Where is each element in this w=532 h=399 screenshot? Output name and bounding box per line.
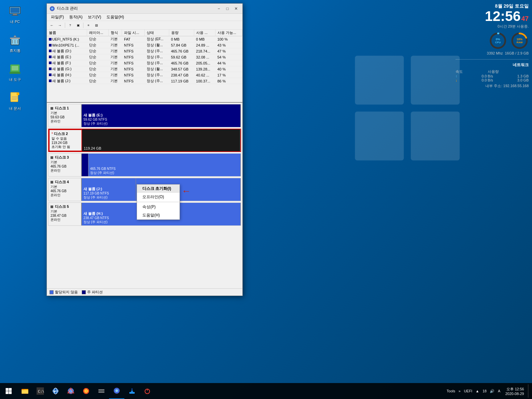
toolbar-btn2[interactable]: ▣ [74,22,82,29]
disk1-info: 디스크 1 기본 59.63 GB 온라인 [49,104,82,127]
disk5-info: 디스크 5 기본 238.47 GB 온라인 [49,203,82,225]
context-menu-init[interactable]: 디스크 초기화(I) [137,185,180,193]
taskbar-network[interactable] [124,383,140,399]
disk2-partitions: 119.24 GB [82,129,240,151]
taskbar-clock[interactable]: 오후 12:56 2020-08-29 [503,387,526,396]
docs-icon [8,91,22,105]
tray-uefi[interactable]: UEFI [463,389,473,393]
tray-lang[interactable]: A [497,389,501,393]
col-used: 사용 ... [194,30,215,36]
table-row[interactable]: 새 볼륨 (J:) 단순 기본 NTFS 정상 (주... 117.19 GB … [47,78,242,84]
svg-point-51 [115,389,118,392]
disk3-info: 디스크 3 기본 465.76 GB 온라인 [49,154,82,176]
system-tray: Tools » UEFI ▲ 18 🔊 A [446,389,501,393]
taskbar-disk-mgmt[interactable] [109,383,124,399]
disk1-name: 디스크 1 [51,106,79,111]
col-vol: 볼륨 [47,30,87,36]
disk-row-2: ° 디스크 2 알 수 없음 119.24 GB 초기화 안 됨 119.24 … [48,129,241,152]
disk4-name: 디스크 4 [51,180,79,185]
taskbar-left: C:\ e [0,383,155,399]
taskbar-chrome[interactable] [63,383,78,399]
disk1-partitions: 새 볼륨 (E:) 59.62 GB NTFS 정상 (주 파티션) [82,104,241,127]
tray-expand[interactable]: » [458,389,462,393]
taskbar-disk-tool[interactable] [78,383,94,399]
menu-file[interactable]: 파일(F) [48,14,66,21]
show-desktop-btn[interactable] [528,384,529,398]
taskbar-cmd[interactable]: C:\ [33,383,48,399]
col-fs: 파일 시... [122,30,145,36]
toolbar-btn1[interactable]: ? [66,22,74,29]
taskbar-power[interactable] [140,383,155,399]
taskbar-ie[interactable]: e [48,383,63,399]
svg-rect-1 [411,56,460,105]
toolbar-btn3[interactable]: ≡ [85,22,92,29]
network-upload-row: ↑ 0.0 B/s 1.3 GB [456,74,529,78]
svg-rect-3 [411,112,460,161]
disk1-partition-e[interactable]: 새 볼륨 (E:) 59.62 GB NTFS 정상 (주 파티션) [82,104,241,127]
table-row[interactable]: 새 볼륨 (H:) 단순 기본 NTFS 정상 (주... 238.47 GB … [47,72,242,78]
network-title: 네트워크 [456,62,529,68]
table-row[interactable]: 새 볼륨 (D:) 단순 기본 NTFS 정상 (주... 465.76 GB … [47,48,242,54]
start-button[interactable] [0,383,17,399]
taskbar-settings[interactable] [94,383,109,399]
close-button[interactable]: ✕ [232,5,240,12]
desktop-icon-tools[interactable]: 내 도구 [3,61,27,83]
col-status: 상태 [145,30,169,36]
toolbar: ← → ? ▣ ≡ ▤ [47,21,242,30]
tray-18[interactable]: 18 [481,389,487,393]
toolbar-sep1 [65,23,65,28]
desktop-icon-docs[interactable]: 내 문서 [3,90,27,112]
disk2-partition[interactable]: 119.24 GB [82,129,240,151]
col-avail: 사용 가능... [215,30,242,36]
ip-address-line: 내부 주소: 192.168.55.168 [456,83,529,88]
maximize-button[interactable]: □ [224,5,231,12]
disk3-partition-main[interactable]: 465.76 GB NTFS 정상 (주 파티션) [88,154,241,176]
context-menu: 디스크 초기화(I) 오프라인(O) 속성(P) 도움말(H) [137,184,180,220]
tray-sound[interactable]: 🔊 [489,389,495,393]
context-menu-offline[interactable]: 오프라인(O) [137,193,180,201]
tray-tools[interactable]: Tools [446,389,456,393]
cpu-gauge: 0% CPU [489,32,507,50]
svg-rect-2 [355,112,404,161]
svg-rect-29 [9,388,12,391]
menu-bar: 파일(F) 동작(A) 보기(V) 도움말(H) [47,14,242,21]
menu-action[interactable]: 동작(A) [66,14,85,21]
download-icon: ↓ [456,78,458,82]
table-row[interactable]: Win10XPE71 (... 단순 기본 NTFS 정상 (활... 57.8… [47,42,242,48]
disk4-partition-j[interactable]: 새 볼륨 (J:) 117.19 GB NTFS 정상 (주 파티션) [82,178,136,201]
minimize-button[interactable]: − [215,5,222,12]
cpu-ram-display: 0% CPU 18% RAM [456,32,529,50]
context-menu-props[interactable]: 속성(P) [137,203,180,211]
svg-rect-6 [13,14,17,15]
mypc-icon [8,5,22,18]
tray-arrow[interactable]: ▲ [474,389,480,393]
disk-mgmt-window: 디스크 관리 − □ ✕ 파일(F) 동작(A) 보기(V) 도움말(H) ← … [47,3,243,296]
col-type: 형식 [108,30,122,36]
taskbar-explorer[interactable] [17,383,33,399]
recycle-label: 휴지통 [10,48,21,53]
toolbar-back[interactable]: ← [48,22,56,29]
svg-text:e: e [54,390,56,393]
table-row[interactable]: 새 볼륨 (F:) 단순 기본 NTFS 정상 (주... 465.76 GB … [47,60,242,66]
table-row[interactable]: UEFI_NTFS (K:) 단순 기본 FAT 정상 (EF... 0 MB … [47,36,242,42]
svg-rect-33 [22,390,28,394]
desktop-icon-recycle[interactable]: 휴지통 [3,32,27,55]
disk2-name: ° 디스크 2 [52,131,79,136]
context-menu-help[interactable]: 도움말(H) [137,211,180,219]
menu-view[interactable]: 보기(V) [85,14,104,21]
ram-gauge-container: 18% RAM [510,32,529,50]
table-row[interactable]: 새 볼륨 (G:) 단순 기본 NTFS 정상 (활... 348.57 GB … [47,66,242,72]
desktop-icon-mypc[interactable]: 내 PC [3,3,27,26]
toolbar-btn4[interactable]: ▤ [93,22,100,29]
menu-help[interactable]: 도움말(H) [104,14,127,21]
svg-rect-49 [98,392,104,393]
disk-row-3: 디스크 3 기본 465.76 GB 온라인 465.76 GB NTFS 정상… [48,153,241,177]
disk3-partitions: 465.76 GB NTFS 정상 (주 파티션) [82,154,241,176]
toolbar-forward[interactable]: → [56,22,64,29]
taskbar: C:\ e [0,383,532,399]
svg-rect-7 [12,15,18,16]
network-header-row: 속도 사용량 [456,69,529,74]
table-row[interactable]: 새 볼륨 (E:) 단순 기본 NTFS 정상 (주... 59.62 GB 3… [47,54,242,60]
svg-rect-5 [10,8,20,13]
disk-row-1: 디스크 1 기본 59.63 GB 온라인 새 볼륨 (E:) 59.62 GB… [48,104,241,127]
